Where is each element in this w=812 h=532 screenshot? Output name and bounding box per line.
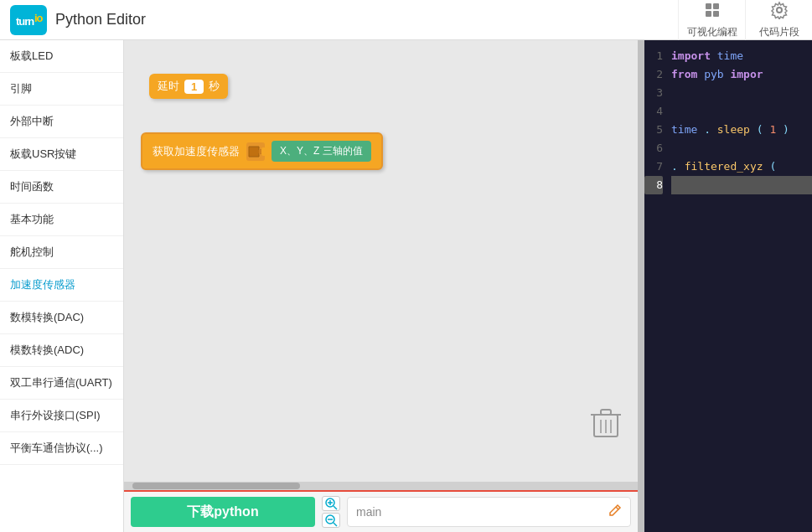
filename-box: main bbox=[347, 497, 631, 527]
svg-rect-6 bbox=[713, 11, 719, 17]
sidebar: 板载LED 引脚 外部中断 板载USR按键 时间函数 基本功能 舵机控制 加速度… bbox=[0, 40, 124, 532]
kw-from: from bbox=[671, 68, 697, 80]
code-snippet-label: 代码片段 bbox=[759, 25, 799, 39]
code-content[interactable]: import time from pyb impor time . sleep … bbox=[668, 40, 812, 532]
svg-line-21 bbox=[616, 507, 618, 509]
op-paren2: ) bbox=[783, 123, 789, 136]
sidebar-item-time-fn[interactable]: 时间函数 bbox=[0, 171, 123, 204]
sidebar-item-pin[interactable]: 引脚 bbox=[0, 73, 123, 106]
mod-time: time bbox=[717, 49, 743, 62]
gear-icon bbox=[770, 1, 789, 23]
block-delay[interactable]: 延时 1 秒 bbox=[149, 74, 228, 99]
svg-text:turn: turn bbox=[16, 15, 34, 28]
v-divider[interactable] bbox=[638, 40, 644, 532]
line-num-6: 6 bbox=[644, 139, 663, 158]
code-line-8 bbox=[671, 176, 812, 194]
block-editor[interactable]: 延时 1 秒 获取加速度传感器 X、Y、Z 三轴的值 bbox=[124, 40, 638, 532]
delay-number: 1 bbox=[184, 80, 204, 94]
block-connector bbox=[246, 142, 265, 161]
svg-rect-10 bbox=[601, 410, 611, 415]
sidebar-item-servo[interactable]: 舵机控制 bbox=[0, 236, 123, 269]
delay-unit: 秒 bbox=[209, 79, 220, 94]
page-title: Python Editor bbox=[55, 11, 146, 28]
block-accel[interactable]: 获取加速度传感器 X、Y、Z 三轴的值 bbox=[141, 132, 383, 170]
line-num-8: 8 bbox=[644, 176, 663, 194]
line-num-4: 4 bbox=[644, 102, 663, 121]
op-paren1: ( bbox=[757, 123, 763, 136]
kw-impor: impor bbox=[730, 68, 763, 80]
line-num-2: 2 bbox=[644, 65, 663, 84]
zoom-controls bbox=[322, 496, 340, 528]
svg-rect-3 bbox=[706, 3, 711, 9]
zoom-out-btn[interactable] bbox=[322, 513, 340, 528]
sidebar-item-balance[interactable]: 平衡车通信协议(...) bbox=[0, 432, 123, 465]
blocks-canvas: 延时 1 秒 获取加速度传感器 X、Y、Z 三轴的值 bbox=[124, 40, 638, 490]
op-paren3: ( bbox=[769, 160, 776, 173]
fn-filtered: filtered_xyz bbox=[685, 160, 763, 173]
code-line-1: import time bbox=[671, 47, 812, 65]
visual-coding-btn[interactable]: 可视化编程 bbox=[678, 0, 745, 40]
line-num-5: 5 bbox=[644, 121, 663, 139]
line-numbers: 1 2 3 4 5 6 7 8 bbox=[644, 40, 668, 532]
svg-line-15 bbox=[334, 506, 337, 509]
sidebar-item-accel[interactable]: 加速度传感器 bbox=[0, 269, 123, 302]
sidebar-item-adc[interactable]: 模数转换(ADC) bbox=[0, 334, 123, 367]
edit-filename-icon[interactable] bbox=[608, 504, 622, 520]
visual-icon bbox=[703, 1, 721, 23]
code-line-5: time . sleep ( 1 ) bbox=[671, 121, 812, 139]
svg-rect-4 bbox=[713, 3, 719, 9]
code-line-3 bbox=[671, 84, 812, 102]
code-snippet-btn[interactable]: 代码片段 bbox=[745, 0, 812, 40]
trash-icon[interactable] bbox=[591, 406, 621, 440]
block-bottom-bar: 下载python bbox=[124, 490, 638, 532]
accel-xyz-label: X、Y、Z 三轴的值 bbox=[272, 141, 371, 162]
line-num-1: 1 bbox=[644, 47, 663, 65]
code-line-6 bbox=[671, 139, 812, 158]
accel-label: 获取加速度传感器 bbox=[153, 144, 240, 159]
kw-import: import bbox=[671, 49, 711, 62]
svg-point-7 bbox=[777, 8, 782, 13]
svg-rect-5 bbox=[706, 11, 711, 17]
block-scrollbar[interactable] bbox=[124, 482, 638, 490]
num-1: 1 bbox=[769, 123, 776, 136]
logo: turn io bbox=[10, 5, 47, 35]
sidebar-item-uart[interactable]: 双工串行通信(UART) bbox=[0, 367, 123, 400]
code-editor[interactable]: 1 2 3 4 5 6 7 8 import time from pyb imp… bbox=[644, 40, 812, 532]
line-num-7: 7 bbox=[644, 158, 663, 176]
op-dot2: . bbox=[671, 160, 678, 173]
header-right-buttons: 可视化编程 代码片段 bbox=[678, 0, 812, 40]
zoom-in-btn[interactable] bbox=[322, 496, 340, 511]
code-line-7: . filtered_xyz ( bbox=[671, 158, 812, 176]
mod-pyb: pyb bbox=[704, 68, 730, 80]
download-button[interactable]: 下载python bbox=[131, 497, 315, 527]
obj-time: time bbox=[671, 123, 697, 136]
svg-text:io: io bbox=[34, 12, 44, 24]
svg-line-19 bbox=[334, 523, 337, 526]
line-num-3: 3 bbox=[644, 84, 663, 102]
sidebar-item-basic[interactable]: 基本功能 bbox=[0, 204, 123, 236]
sidebar-item-interrupt[interactable]: 外部中断 bbox=[0, 106, 123, 138]
main-layout: 板载LED 引脚 外部中断 板载USR按键 时间函数 基本功能 舵机控制 加速度… bbox=[0, 40, 812, 532]
delay-label: 延时 bbox=[158, 79, 179, 94]
sidebar-item-usr-btn[interactable]: 板载USR按键 bbox=[0, 138, 123, 171]
op-dot1: . bbox=[704, 123, 711, 136]
sidebar-item-led[interactable]: 板载LED bbox=[0, 40, 123, 73]
sidebar-item-spi[interactable]: 串行外设接口(SPI) bbox=[0, 400, 123, 432]
block-scrollbar-thumb[interactable] bbox=[132, 483, 300, 489]
code-line-4 bbox=[671, 102, 812, 121]
code-lines: 1 2 3 4 5 6 7 8 import time from pyb imp… bbox=[644, 40, 812, 532]
fn-sleep: sleep bbox=[717, 123, 750, 136]
visual-coding-label: 可视化编程 bbox=[687, 25, 737, 39]
code-line-2: from pyb impor bbox=[671, 65, 812, 84]
header: turn io Python Editor 可视化编程 bbox=[0, 0, 812, 40]
filename-text: main bbox=[356, 505, 381, 519]
sidebar-item-dac[interactable]: 数模转换(DAC) bbox=[0, 302, 123, 334]
